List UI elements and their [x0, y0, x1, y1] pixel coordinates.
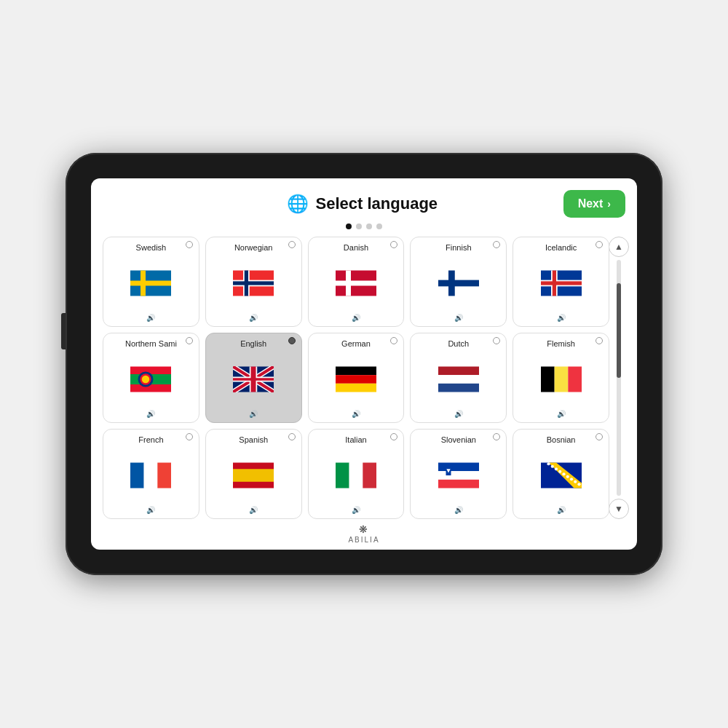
next-button[interactable]: Next › — [563, 190, 625, 218]
svg-rect-37 — [438, 375, 479, 384]
page-title: Select language — [316, 194, 438, 213]
svg-rect-10 — [336, 280, 376, 285]
language-card-fr[interactable]: French 🔊 — [103, 429, 199, 519]
flag-bs — [541, 462, 582, 488]
radio-dot — [596, 433, 603, 440]
svg-rect-47 — [336, 462, 349, 488]
dot-1 — [346, 223, 352, 229]
svg-rect-34 — [336, 375, 376, 384]
language-card-en[interactable]: English 🔊 — [205, 333, 302, 423]
flag-sami — [130, 366, 171, 392]
abilia-brand-name: ABILIA — [348, 536, 379, 544]
radio-dot — [186, 337, 193, 344]
language-name: Icelandic — [518, 243, 604, 252]
speaker-icon: 🔊 — [557, 410, 566, 418]
flag-is — [541, 270, 582, 296]
speaker-icon: 🔊 — [146, 314, 155, 322]
svg-rect-2 — [130, 280, 171, 285]
title-area: 🌐 Select language — [161, 194, 563, 214]
svg-rect-7 — [233, 281, 274, 285]
radio-dot — [288, 337, 296, 344]
svg-rect-52 — [438, 479, 479, 488]
speaker-icon: 🔊 — [352, 506, 360, 514]
language-card-bs[interactable]: Bosnian 🔊 — [513, 429, 609, 519]
speaker-icon: 🔊 — [454, 314, 463, 322]
svg-rect-49 — [363, 462, 376, 488]
language-name: Flemish — [518, 339, 604, 348]
svg-rect-50 — [438, 462, 479, 471]
svg-rect-43 — [144, 462, 158, 488]
abilia-symbol: ❋ — [359, 523, 369, 535]
speaker-icon: 🔊 — [454, 506, 463, 514]
language-name: Norwegian — [210, 243, 297, 252]
svg-rect-42 — [130, 462, 144, 488]
flag-da — [336, 270, 376, 296]
language-card-sl[interactable]: Slovenian 🔊 — [410, 429, 507, 519]
tablet-device: 🌐 Select language Next › Swedish 🔊 — [66, 153, 662, 575]
language-name: Swedish — [108, 243, 194, 252]
svg-rect-41 — [568, 366, 582, 392]
flag-es — [233, 462, 274, 488]
speaker-icon: 🔊 — [249, 506, 258, 514]
svg-point-58 — [547, 462, 550, 465]
speaker-icon: 🔊 — [557, 506, 566, 514]
language-card-nl[interactable]: Dutch 🔊 — [410, 333, 507, 423]
svg-point-60 — [554, 467, 557, 470]
language-name: French — [108, 435, 194, 444]
globe-icon: 🌐 — [287, 194, 309, 214]
language-card-da[interactable]: Danish 🔊 — [308, 237, 405, 327]
svg-rect-55 — [445, 466, 453, 469]
bottom-bar: ❋ ABILIA — [103, 519, 625, 544]
language-card-sv[interactable]: Swedish 🔊 — [103, 237, 199, 327]
language-name: English — [210, 339, 297, 348]
header: 🌐 Select language Next › — [103, 190, 625, 218]
svg-rect-51 — [438, 471, 479, 480]
svg-rect-36 — [438, 366, 479, 375]
progress-dots — [103, 223, 625, 229]
language-card-is[interactable]: Icelandic 🔊 — [513, 237, 609, 327]
language-card-no[interactable]: Norwegian 🔊 — [205, 237, 302, 327]
language-card-fi[interactable]: Finnish 🔊 — [410, 237, 507, 327]
grid-area: Swedish 🔊 Norwegian 🔊 Danish 🔊 Finnish — [103, 237, 625, 519]
speaker-icon: 🔊 — [249, 410, 258, 418]
svg-rect-18 — [541, 281, 582, 285]
scroll-up-button[interactable]: ▲ — [609, 237, 629, 257]
dot-2 — [356, 223, 362, 229]
flag-fi — [438, 270, 479, 296]
chevron-right-icon: › — [607, 198, 611, 210]
language-name: Dutch — [415, 339, 502, 348]
language-card-de[interactable]: German 🔊 — [308, 333, 405, 423]
radio-dot — [186, 433, 193, 440]
language-grid: Swedish 🔊 Norwegian 🔊 Danish 🔊 Finnish — [103, 237, 609, 519]
flag-sv — [130, 270, 171, 296]
svg-point-62 — [562, 472, 565, 475]
flag-it — [336, 462, 376, 488]
svg-rect-13 — [438, 280, 479, 286]
scroll-area: ▲ ▼ — [609, 237, 625, 519]
speaker-icon: 🔊 — [454, 410, 463, 418]
language-name: Bosnian — [518, 435, 604, 444]
language-card-be[interactable]: Flemish 🔊 — [513, 333, 609, 423]
svg-point-59 — [550, 464, 553, 467]
language-name: German — [313, 339, 400, 348]
dot-3 — [366, 223, 372, 229]
speaker-icon: 🔊 — [146, 410, 155, 418]
abilia-logo: ❋ ABILIA — [348, 523, 379, 544]
svg-rect-48 — [349, 462, 363, 488]
svg-rect-44 — [158, 462, 172, 488]
svg-rect-40 — [554, 366, 568, 392]
svg-point-23 — [142, 375, 150, 383]
svg-rect-35 — [336, 383, 376, 392]
dot-4 — [376, 223, 382, 229]
language-card-sami[interactable]: Northern Sami 🔊 — [103, 333, 199, 423]
svg-point-64 — [569, 478, 572, 480]
svg-point-63 — [566, 475, 569, 478]
svg-rect-46 — [233, 469, 274, 482]
scroll-down-button[interactable]: ▼ — [609, 499, 629, 519]
language-card-it[interactable]: Italian 🔊 — [308, 429, 405, 519]
radio-dot — [288, 241, 296, 248]
language-name: Danish — [313, 243, 400, 252]
language-name: Italian — [313, 435, 400, 444]
svg-rect-38 — [438, 383, 479, 392]
language-card-es[interactable]: Spanish 🔊 — [205, 429, 302, 519]
